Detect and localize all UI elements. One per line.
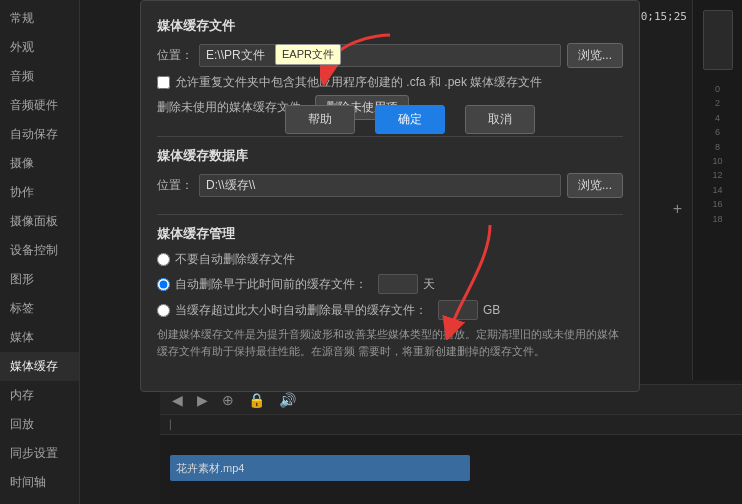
timeline-btn-1[interactable]: ◀ bbox=[168, 390, 187, 410]
radio-time-delete[interactable] bbox=[157, 278, 170, 291]
dialog-overlay: 媒体缓存文件 位置： E:\\PR文件 浏览... 允许重复文件夹中包含其他应用… bbox=[80, 0, 742, 384]
size-input[interactable]: 31 bbox=[438, 300, 478, 320]
timeline-btn-4[interactable]: 🔒 bbox=[244, 390, 269, 410]
divider2 bbox=[157, 214, 623, 215]
ruler-mark: ▏ bbox=[170, 420, 742, 430]
sidebar-item-general[interactable]: 常规 bbox=[0, 4, 79, 33]
timeline-track[interactable]: 花卉素材.mp4 bbox=[170, 455, 470, 481]
media-cache-management-section: 媒体缓存管理 不要自动删除缓存文件 自动删除早于此时间前的缓存文件： 7 天 当… bbox=[157, 225, 623, 359]
db-location-row: 位置： D:\\缓存\\ 浏览... bbox=[157, 173, 623, 198]
dialog-footer: 帮助 确定 取消 bbox=[160, 95, 660, 144]
checkbox-text: 允许重复文件夹中包含其他应用程序创建的 .cfa 和 .pek 媒体缓存文件 bbox=[175, 74, 542, 91]
include-checkbox[interactable] bbox=[157, 76, 170, 89]
sidebar-item-trim[interactable]: 修剪 bbox=[0, 497, 79, 504]
media-cache-db-section: 媒体缓存数据库 位置： D:\\缓存\\ 浏览... bbox=[157, 147, 623, 198]
help-button[interactable]: 帮助 bbox=[285, 105, 355, 134]
radio3-label: 当缓存超过此大小时自动删除最早的缓存文件： bbox=[175, 302, 427, 319]
description-text: 创建媒体缓存文件是为提升音频波形和改善某些媒体类型的播放。定期清理旧的或未使用的… bbox=[157, 326, 623, 359]
eapr-tooltip: EAPR文件 bbox=[275, 44, 341, 65]
sidebar-item-capture-panel[interactable]: 摄像面板 bbox=[0, 207, 79, 236]
sidebar-item-device-ctrl[interactable]: 设备控制 bbox=[0, 236, 79, 265]
browse-button[interactable]: 浏览... bbox=[567, 43, 623, 68]
radio2-row: 自动删除早于此时间前的缓存文件： 7 天 bbox=[157, 274, 623, 294]
timeline-area: ◀ ▶ ⊕ 🔒 🔊 ▏ 花卉素材.mp4 bbox=[160, 384, 742, 504]
timeline-ruler: ▏ bbox=[160, 415, 742, 435]
radio-no-delete[interactable] bbox=[157, 253, 170, 266]
location-path[interactable]: E:\\PR文件 bbox=[199, 44, 561, 67]
sidebar-item-appearance[interactable]: 外观 bbox=[0, 33, 79, 62]
radio3-row: 当缓存超过此大小时自动删除最早的缓存文件： 31 GB bbox=[157, 300, 623, 320]
timeline-btn-3[interactable]: ⊕ bbox=[218, 390, 238, 410]
sidebar-item-audio[interactable]: 音频 bbox=[0, 62, 79, 91]
checkbox-row: 允许重复文件夹中包含其他应用程序创建的 .cfa 和 .pek 媒体缓存文件 bbox=[157, 74, 623, 91]
sidebar-item-media-cache[interactable]: 媒体缓存 bbox=[0, 352, 79, 381]
radio1-row: 不要自动删除缓存文件 bbox=[157, 251, 623, 268]
sidebar-item-graphics[interactable]: 图形 bbox=[0, 265, 79, 294]
sidebar-item-sync[interactable]: 同步设置 bbox=[0, 439, 79, 468]
sidebar-item-playback[interactable]: 回放 bbox=[0, 410, 79, 439]
location-label: 位置： bbox=[157, 47, 193, 64]
days-unit: 天 bbox=[423, 276, 435, 293]
section1-title: 媒体缓存文件 bbox=[157, 17, 623, 35]
section2-title: 媒体缓存数据库 bbox=[157, 147, 623, 165]
db-path[interactable]: D:\\缓存\\ bbox=[199, 174, 561, 197]
preferences-dialog: 媒体缓存文件 位置： E:\\PR文件 浏览... 允许重复文件夹中包含其他应用… bbox=[140, 0, 640, 392]
radio1-label: 不要自动删除缓存文件 bbox=[175, 251, 295, 268]
sidebar-item-timeline[interactable]: 时间轴 bbox=[0, 468, 79, 497]
sidebar-item-capture[interactable]: 摄像 bbox=[0, 149, 79, 178]
section3-title: 媒体缓存管理 bbox=[157, 225, 623, 243]
radio-size-delete[interactable] bbox=[157, 304, 170, 317]
db-browse-button[interactable]: 浏览... bbox=[567, 173, 623, 198]
app-container: 常规 外观 音频 音频硬件 自动保存 摄像 协作 摄像面板 设备控制 图形 标签… bbox=[0, 0, 742, 504]
sidebar-item-labels[interactable]: 标签 bbox=[0, 294, 79, 323]
radio2-label: 自动删除早于此时间前的缓存文件： bbox=[175, 276, 367, 293]
sidebar-item-memory[interactable]: 内存 bbox=[0, 381, 79, 410]
sidebar-item-media[interactable]: 媒体 bbox=[0, 323, 79, 352]
sidebar: 常规 外观 音频 音频硬件 自动保存 摄像 协作 摄像面板 设备控制 图形 标签… bbox=[0, 0, 80, 504]
size-unit: GB bbox=[483, 303, 500, 317]
location-row: 位置： E:\\PR文件 浏览... bbox=[157, 43, 623, 68]
sidebar-item-collab[interactable]: 协作 bbox=[0, 178, 79, 207]
timeline-btn-5[interactable]: 🔊 bbox=[275, 390, 300, 410]
main-content: 媒体缓存文件 位置： E:\\PR文件 浏览... 允许重复文件夹中包含其他应用… bbox=[80, 0, 742, 504]
ok-button[interactable]: 确定 bbox=[375, 105, 445, 134]
sidebar-item-autosave[interactable]: 自动保存 bbox=[0, 120, 79, 149]
timeline-track-area: 花卉素材.mp4 bbox=[160, 435, 742, 504]
cancel-button[interactable]: 取消 bbox=[465, 105, 535, 134]
sidebar-item-audio-hw[interactable]: 音频硬件 bbox=[0, 91, 79, 120]
db-location-label: 位置： bbox=[157, 177, 193, 194]
track-label: 花卉素材.mp4 bbox=[176, 461, 244, 476]
days-input[interactable]: 7 bbox=[378, 274, 418, 294]
timeline-btn-2[interactable]: ▶ bbox=[193, 390, 212, 410]
